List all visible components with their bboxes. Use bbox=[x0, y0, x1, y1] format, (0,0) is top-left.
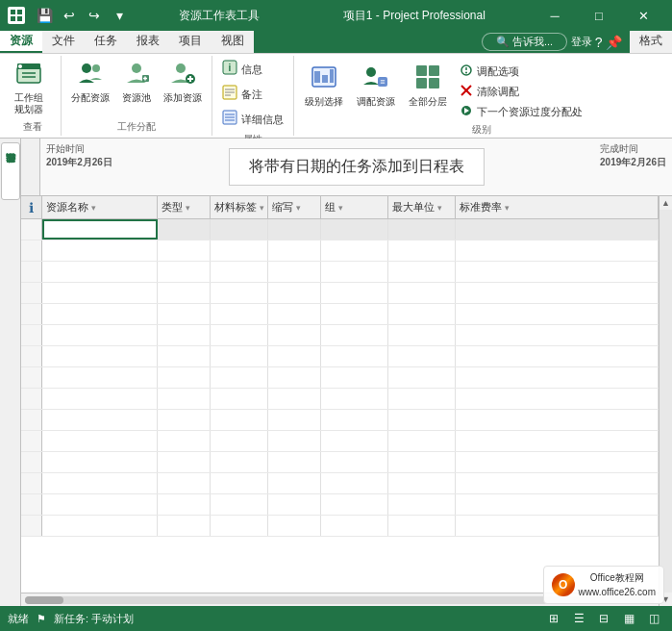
timeline-end-label: 完成时间 2019年2月26日 bbox=[600, 142, 666, 169]
v-scroll-track bbox=[660, 210, 672, 593]
ribbon-group-assign-label: 工作分配 bbox=[67, 118, 206, 134]
tab-file[interactable]: 文件 bbox=[42, 31, 85, 53]
td-grp-1[interactable] bbox=[321, 219, 388, 240]
level-resource-button[interactable]: ≡ 调配资源 bbox=[352, 62, 400, 110]
table-row[interactable] bbox=[21, 410, 659, 431]
tab-report[interactable]: 报表 bbox=[127, 31, 169, 53]
table-row[interactable] bbox=[21, 367, 659, 389]
ribbon-pin-button[interactable]: 📌 bbox=[606, 35, 622, 50]
h-scroll-thumb[interactable] bbox=[25, 596, 63, 604]
timeline-area: 开始时间 2019年2月26日 将带有日期的任务添加到日程表 完成时间 2019… bbox=[40, 139, 672, 196]
ribbon-group-insert-content: i 信息 备注 详细信息 bbox=[218, 58, 287, 131]
minimize-button[interactable]: ─ bbox=[534, 2, 576, 29]
td-type-1[interactable] bbox=[158, 219, 211, 240]
td-mat-1[interactable] bbox=[211, 219, 268, 240]
tab-project[interactable]: 项目 bbox=[169, 31, 212, 53]
clear-level-button[interactable]: 清除调配 bbox=[456, 82, 586, 101]
th-grp[interactable]: 组 ▾ bbox=[321, 196, 388, 218]
td-abbr-1[interactable] bbox=[268, 219, 321, 240]
redo-button[interactable]: ↪ bbox=[83, 5, 106, 26]
th-abbr-label: 缩写 bbox=[272, 200, 293, 215]
tellme-input[interactable]: 🔍 告诉我... bbox=[482, 33, 567, 51]
table-row[interactable] bbox=[21, 240, 659, 262]
table-row[interactable] bbox=[21, 516, 659, 537]
ribbon-group-view-content: 工作组规划器 bbox=[10, 58, 55, 118]
level-all-button[interactable]: 全部分层 bbox=[404, 62, 452, 110]
tab-resource[interactable]: 资源 bbox=[0, 31, 42, 53]
th-mat[interactable]: 材料标签 ▾ bbox=[211, 196, 268, 218]
ribbon-level-right-col: 调配选项 清除调配 下一个资源过度分配处 bbox=[456, 62, 586, 121]
watermark-line2: www.office26.com bbox=[579, 585, 656, 599]
customize-qat-button[interactable]: ▾ bbox=[108, 5, 131, 26]
table-row[interactable] bbox=[21, 219, 659, 240]
svg-point-9 bbox=[82, 63, 91, 73]
table-row[interactable] bbox=[21, 262, 659, 283]
login-button[interactable]: 登录 bbox=[571, 35, 592, 49]
td-std-1[interactable] bbox=[456, 219, 659, 240]
level-select-button[interactable]: 级别选择 bbox=[300, 62, 348, 110]
status-view-btn-3[interactable]: ⊟ bbox=[593, 610, 614, 627]
workgroup-planner-button[interactable]: 工作组规划器 bbox=[10, 58, 48, 117]
th-name[interactable]: 资源名称 ▾ bbox=[42, 196, 158, 218]
ribbon-group-level-inner: 级别选择 ≡ 调配资源 bbox=[300, 58, 662, 134]
th-info[interactable]: ℹ bbox=[21, 196, 42, 218]
table-body[interactable] bbox=[21, 219, 659, 593]
sidebar-item-resource-table[interactable]: 基础工作表纸 bbox=[1, 142, 20, 200]
title-bar-title: 资源工作表工具 项目1 - Project Professional bbox=[131, 8, 534, 24]
tab-view[interactable]: 视图 bbox=[212, 31, 254, 53]
table-row[interactable] bbox=[21, 431, 659, 452]
status-view-btn-4[interactable]: ▦ bbox=[618, 610, 639, 627]
ribbon: 工作组规划器 查看 分配资源 bbox=[0, 54, 672, 139]
workgroup-planner-icon bbox=[15, 60, 42, 90]
resource-pool-button[interactable]: 资源池 bbox=[117, 58, 156, 106]
level-select-icon bbox=[311, 63, 337, 94]
undo-button[interactable]: ↩ bbox=[58, 5, 81, 26]
maximize-button[interactable]: □ bbox=[578, 2, 620, 29]
add-resources-button[interactable]: 添加资源 bbox=[160, 58, 206, 106]
title-bar: 💾 ↩ ↪ ▾ 资源工作表工具 项目1 - Project Profession… bbox=[0, 0, 672, 31]
th-abbr[interactable]: 缩写 ▾ bbox=[268, 196, 321, 218]
level-resource-icon: ≡ bbox=[362, 63, 389, 94]
status-view-btn-2[interactable]: ☰ bbox=[568, 610, 589, 627]
vertical-scrollbar[interactable]: ▲ ▼ bbox=[659, 196, 672, 606]
svg-rect-31 bbox=[322, 75, 328, 83]
close-button[interactable]: ✕ bbox=[622, 2, 664, 29]
th-grp-label: 组 bbox=[325, 200, 336, 215]
details-button[interactable]: 详细信息 bbox=[218, 108, 287, 131]
table-row[interactable] bbox=[21, 325, 659, 346]
row-num-1 bbox=[21, 219, 42, 240]
status-left: 就绪 ⚑ 新任务: 手动计划 bbox=[8, 612, 134, 626]
table-row[interactable] bbox=[21, 494, 659, 516]
table-row[interactable] bbox=[21, 283, 659, 304]
notes-icon bbox=[222, 85, 237, 104]
notes-button[interactable]: 备注 bbox=[218, 83, 266, 106]
td-max-1[interactable] bbox=[388, 219, 456, 240]
th-std[interactable]: 标准费率 ▾ bbox=[456, 196, 659, 218]
th-max[interactable]: 最大单位 ▾ bbox=[388, 196, 456, 218]
status-view-btn-5[interactable]: ◫ bbox=[643, 610, 664, 627]
tool-context-label: 资源工作表工具 bbox=[179, 9, 260, 22]
tab-task[interactable]: 任务 bbox=[85, 31, 127, 53]
td-name-1[interactable] bbox=[42, 219, 158, 240]
resource-table-area: ℹ 资源名称 ▾ 类型 ▾ 材料标签 ▾ bbox=[21, 196, 672, 606]
status-view-btn-1[interactable]: ⊞ bbox=[543, 610, 564, 627]
info-button[interactable]: i 信息 bbox=[218, 58, 266, 81]
save-button[interactable]: 💾 bbox=[33, 5, 56, 26]
timeline-start-date: 2019年2月26日 bbox=[46, 156, 112, 169]
help-button[interactable]: ? bbox=[595, 35, 603, 50]
app-icon bbox=[8, 7, 25, 24]
table-row[interactable] bbox=[21, 473, 659, 494]
table-row[interactable] bbox=[21, 346, 659, 367]
table-row[interactable] bbox=[21, 452, 659, 473]
table-row[interactable] bbox=[21, 304, 659, 325]
svg-rect-38 bbox=[416, 78, 427, 88]
th-type[interactable]: 类型 ▾ bbox=[158, 196, 211, 218]
next-overalloc-button[interactable]: 下一个资源过度分配处 bbox=[456, 102, 586, 121]
v-scroll-up-button[interactable]: ▲ bbox=[660, 196, 672, 210]
level-all-icon bbox=[414, 63, 441, 94]
level-options-button[interactable]: 调配选项 bbox=[456, 62, 586, 81]
table-row[interactable] bbox=[21, 389, 659, 410]
tab-format[interactable]: 格式 bbox=[630, 31, 672, 53]
assign-resources-button[interactable]: 分配资源 bbox=[67, 58, 113, 106]
th-type-label: 类型 bbox=[162, 200, 183, 215]
